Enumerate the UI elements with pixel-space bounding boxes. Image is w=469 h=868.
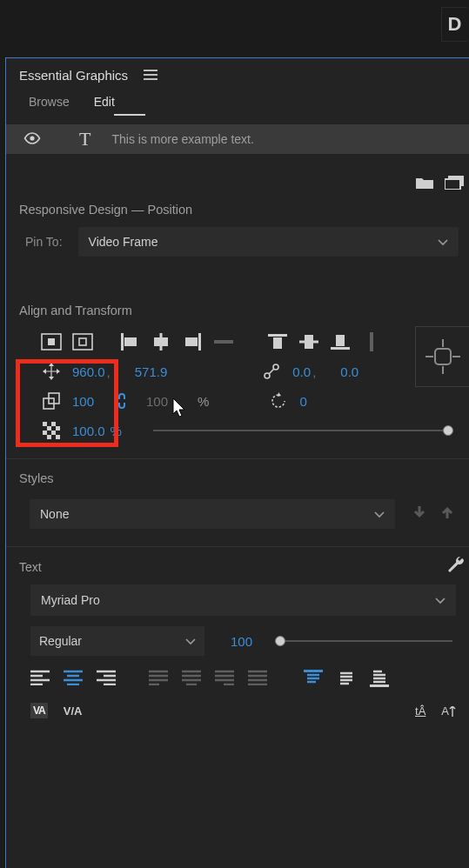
- distribute-vertical-icon: [361, 331, 382, 352]
- svg-rect-26: [43, 422, 47, 426]
- push-style-up-icon[interactable]: [439, 504, 456, 524]
- svg-rect-9: [124, 337, 137, 346]
- svg-rect-35: [370, 684, 389, 687]
- align-vcenter-icon[interactable]: [298, 331, 319, 352]
- anchor-x-value[interactable]: 0.0: [292, 364, 311, 379]
- opacity-percent-label: %: [111, 424, 122, 438]
- scale-value[interactable]: 100: [72, 394, 94, 409]
- opacity-slider[interactable]: [153, 430, 450, 431]
- folder-icon[interactable]: [415, 175, 434, 190]
- align-transform-title: Align and Transform: [6, 283, 469, 323]
- style-dropdown[interactable]: None: [30, 499, 395, 529]
- text-valign-top-icon[interactable]: [304, 670, 326, 689]
- position-x-value[interactable]: 960.0: [72, 364, 105, 379]
- svg-rect-18: [305, 335, 313, 349]
- layer-row[interactable]: T This is more example text.: [6, 124, 469, 154]
- align-left-icon[interactable]: [119, 331, 140, 352]
- align-top-icon[interactable]: [267, 331, 288, 352]
- rotation-icon[interactable]: [268, 391, 289, 411]
- pos-sep-1: ,: [107, 364, 111, 379]
- svg-rect-33: [56, 435, 60, 439]
- visibility-eye-icon[interactable]: [23, 132, 41, 147]
- justify-left-icon: [149, 670, 171, 689]
- push-style-down-icon[interactable]: [411, 504, 428, 524]
- align-to-selection-icon[interactable]: [41, 331, 62, 352]
- svg-rect-30: [43, 431, 47, 435]
- align-to-frame-icon[interactable]: [72, 331, 93, 352]
- layer-name: This is more example text.: [111, 132, 253, 146]
- anchor-y-value[interactable]: 0.0: [340, 364, 358, 379]
- baseline-shift-icon[interactable]: A: [441, 704, 456, 718]
- pin-to-dropdown[interactable]: Video Frame: [78, 227, 459, 257]
- svg-rect-14: [214, 340, 233, 344]
- anchor-point-icon[interactable]: [261, 361, 282, 382]
- wrench-icon[interactable]: [446, 556, 466, 578]
- opacity-slider-thumb[interactable]: [443, 425, 453, 436]
- chevron-down-icon: [438, 235, 448, 249]
- essential-graphics-panel: Essential Graphics Browse Edit T This is…: [5, 57, 469, 868]
- kerning-icon[interactable]: V/A: [64, 704, 83, 718]
- style-value: None: [40, 507, 69, 521]
- text-valign-bottom-icon[interactable]: [370, 670, 392, 689]
- scale-percent-label: %: [198, 394, 209, 409]
- opacity-icon[interactable]: [41, 420, 62, 441]
- text-align-left-icon[interactable]: [30, 670, 53, 689]
- align-right-icon[interactable]: [182, 331, 203, 352]
- font-family-dropdown[interactable]: Myriad Pro: [30, 584, 456, 616]
- opacity-value[interactable]: 100.0: [72, 424, 105, 438]
- svg-rect-13: [185, 337, 198, 346]
- text-align-right-icon[interactable]: [97, 670, 119, 689]
- svg-rect-6: [73, 334, 92, 350]
- scale-rotation-row: 100 100 % 0: [6, 382, 469, 411]
- svg-rect-12: [198, 333, 201, 351]
- paragraph-align-row: [30, 670, 456, 689]
- opacity-row: 100.0 %: [6, 411, 469, 441]
- svg-rect-20: [336, 335, 345, 346]
- pin-edge-widget[interactable]: [415, 326, 469, 387]
- tab-edit[interactable]: Edit: [94, 95, 115, 114]
- link-scale-icon[interactable]: [111, 391, 132, 411]
- align-hcenter-icon[interactable]: [151, 331, 171, 352]
- text-valign-middle-icon[interactable]: [337, 670, 359, 689]
- responsive-design-title: Responsive Design — Position: [6, 190, 469, 222]
- chevron-down-icon: [374, 507, 385, 521]
- svg-rect-2: [445, 179, 460, 190]
- scale-icon[interactable]: [41, 391, 62, 411]
- font-size-slider-thumb[interactable]: [275, 636, 285, 646]
- position-y-value[interactable]: 571.9: [135, 364, 168, 379]
- window-frame-fragment: D: [441, 7, 467, 42]
- chevron-down-icon: [185, 634, 196, 648]
- svg-rect-7: [79, 338, 86, 345]
- svg-rect-31: [51, 431, 56, 435]
- panel-title: Essential Graphics: [19, 68, 128, 83]
- rotation-value[interactable]: 0: [299, 394, 306, 409]
- svg-rect-3: [435, 349, 451, 364]
- text-align-center-icon[interactable]: [64, 670, 86, 689]
- tracking-icon[interactable]: VA: [30, 703, 48, 718]
- align-bottom-icon[interactable]: [330, 331, 351, 352]
- font-weight-value: Regular: [39, 634, 82, 648]
- justify-center-icon: [182, 670, 204, 689]
- position-row: 960.0 , 571.9 0.0 , 0.0: [6, 352, 469, 382]
- tab-browse[interactable]: Browse: [29, 95, 70, 114]
- font-size-slider[interactable]: [278, 640, 452, 642]
- svg-rect-32: [47, 435, 51, 439]
- panel-menu-icon[interactable]: [144, 68, 157, 83]
- align-icons-row: [6, 323, 469, 352]
- text-section-title: Text: [19, 560, 42, 574]
- styles-row: None: [6, 491, 469, 529]
- svg-rect-28: [47, 426, 51, 431]
- svg-point-0: [30, 136, 34, 140]
- new-layer-icons: [6, 154, 469, 190]
- text-layer-icon: T: [79, 128, 90, 150]
- pos-sep-2: ,: [312, 364, 316, 379]
- new-layer-icon[interactable]: [445, 175, 464, 190]
- svg-rect-29: [56, 426, 60, 431]
- position-icon[interactable]: [41, 361, 62, 382]
- font-weight-dropdown[interactable]: Regular: [30, 626, 204, 656]
- font-weight-size-row: Regular 100: [30, 626, 456, 656]
- svg-rect-34: [304, 670, 323, 672]
- font-size-value[interactable]: 100: [231, 634, 252, 649]
- leading-icon[interactable]: tÂ: [415, 704, 425, 718]
- svg-rect-15: [268, 334, 287, 337]
